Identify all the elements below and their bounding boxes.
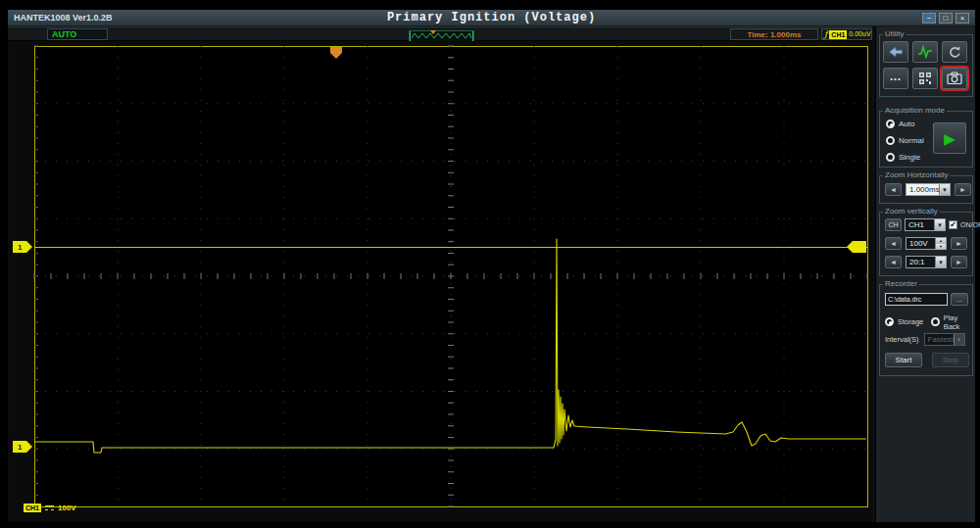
radio-single[interactable]: Single [886,151,924,164]
channel-readout: CH1 100V [24,504,76,512]
oscilloscope-display: 11 CH1 100V [8,41,872,522]
dropdown-arrow-icon: ▼ [954,334,964,345]
radio-playback-icon [931,317,939,326]
zoom-horizontal-group: Zoom Horizontally ◄ 1.000ms ▼ ► [879,175,973,204]
timebase-select[interactable]: 1.000ms ▼ [906,183,951,196]
spinner-arrows[interactable]: ▲ ▼ [935,238,946,249]
refresh-icon [948,45,962,60]
probe-ratio-increase-button[interactable]: ► [951,256,967,268]
dropdown-arrow-icon[interactable]: ▼ [934,219,945,230]
start-record-button[interactable]: Start [885,353,922,367]
qr-code-icon [918,72,932,85]
recorder-label: Recorder [883,279,919,288]
interval-label: Interval(S) [885,335,919,344]
acquisition-mode-label: Acquisition mode [883,106,947,115]
camera-icon [947,72,962,85]
back-button[interactable] [883,41,908,63]
interval-select: Fastest ▼ [924,333,965,346]
browse-button[interactable]: ... [951,293,968,306]
acquisition-mode-group: Acquisition mode Auto Normal Single ▶ [879,111,973,168]
dropdown-arrow-icon[interactable]: ▼ [939,184,950,195]
maximize-button[interactable]: □ [939,13,953,24]
scope-plot: 11 [8,41,872,522]
close-button[interactable]: × [956,13,969,24]
zoom-vertical-label: Zoom vertically [883,207,940,216]
trigger-slope-icon: ƒ [824,29,827,39]
volts-increase-button[interactable]: ► [951,237,967,250]
channel-select[interactable]: CH1 ▼ [905,218,946,231]
probe-ratio-select[interactable]: 20:1 ▼ [906,256,947,268]
dropdown-arrow-icon[interactable]: ▼ [935,257,946,267]
trigger-level-marker[interactable] [13,241,32,253]
channel-onoff-checkbox[interactable]: ✔ [949,220,957,229]
dc-coupling-icon [45,505,54,510]
radio-auto[interactable]: Auto [886,118,924,130]
acquisition-status-badge: AUTO [47,28,108,40]
onoff-label: ON/OFF [960,221,980,228]
play-icon: ▶ [944,131,956,146]
trigger-level-value: 0.00uV [849,29,870,39]
ellipsis-icon: ••• [890,74,901,83]
volts-per-div-value: 100V [58,504,76,512]
trigger-level-marker-label: 1 [18,243,23,252]
toolbar: AUTO Time: 1.000ms ƒ CH1 0.00uV [8,26,872,41]
ch1-position-marker[interactable] [13,441,32,453]
waveform-preview[interactable] [409,28,474,40]
spin-down-icon[interactable]: ▼ [936,244,946,250]
channel-badge: CH1 [24,504,41,512]
record-path-input[interactable] [885,293,948,306]
radio-normal-icon [886,136,895,145]
volts-decrease-button[interactable]: ◄ [885,237,902,250]
zoom-vertical-group: Zoom vertically CH CH1 ▼ ✔ ON/OFF ◄ 100V… [879,212,973,276]
timebase-display: Time: 1.000ms [730,28,818,40]
radio-storage-icon [885,317,894,326]
pulse-icon [917,45,933,59]
radio-storage[interactable]: Storage [885,315,923,328]
stop-record-button: Stop [932,353,969,367]
zoom-horizontal-label: Zoom Horizontally [883,170,950,179]
trigger-info-box: ƒ CH1 0.00uV [821,28,872,40]
app-window: HANTEK1008 Ver1.0.2B Primary Ignition (V… [8,10,975,522]
title-bar: HANTEK1008 Ver1.0.2B Primary Ignition (V… [8,10,975,26]
run-button[interactable]: ▶ [933,122,966,154]
screenshot-button[interactable] [942,68,967,89]
trigger-source-badge: CH1 [829,30,847,39]
timebase-decrease-button[interactable]: ◄ [885,183,902,196]
waveform-button[interactable] [912,41,938,63]
channel-off-button[interactable]: CH [885,218,902,231]
ch1-position-marker-label: 1 [18,443,23,452]
utility-group: Utility [879,34,973,97]
radio-normal[interactable]: Normal [886,134,924,147]
utility-group-label: Utility [883,29,906,38]
probe-ratio-decrease-button[interactable]: ◄ [885,256,902,268]
recorder-group: Recorder ... Storage Play Back Interval(… [879,284,973,376]
qr-code-button[interactable] [912,68,938,89]
radio-single-icon [886,153,895,162]
radio-auto-icon [886,120,895,128]
timebase-increase-button[interactable]: ► [955,183,971,196]
control-panel: Utility [875,26,975,522]
more-options-button[interactable]: ••• [883,68,908,89]
refresh-button[interactable] [942,41,967,63]
volts-per-div-spinner[interactable]: 100V ▲ ▼ [906,237,947,250]
window-controls: − □ × [922,13,969,24]
minimize-button[interactable]: − [922,13,936,24]
back-arrow-icon [888,45,904,59]
radio-playback[interactable]: Play Back [931,315,972,328]
page-title: Primary Ignition (Voltage) [8,11,975,24]
